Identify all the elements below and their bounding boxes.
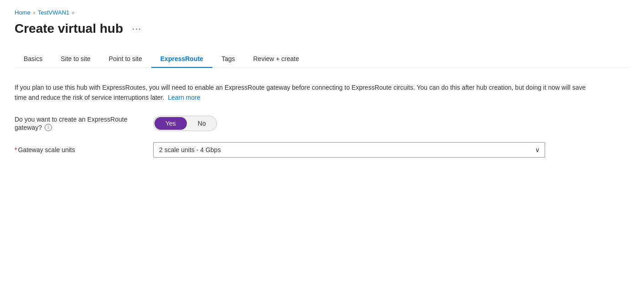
more-options-button[interactable]: ··· bbox=[129, 22, 145, 36]
gateway-scale-dropdown-container: 1 scale unit - 2 Gbps 2 scale units - 4 … bbox=[153, 142, 545, 158]
tabs-container: Basics Site to site Point to site Expres… bbox=[15, 51, 629, 68]
breadcrumb-vwan[interactable]: TestVWAN1 bbox=[38, 9, 70, 16]
breadcrumb: Home › TestVWAN1 › bbox=[15, 9, 629, 16]
breadcrumb-sep-1: › bbox=[33, 10, 35, 16]
breadcrumb-sep-2: › bbox=[72, 10, 74, 16]
gateway-question-label: Do you want to create an ExpressRoute ga… bbox=[15, 116, 142, 131]
breadcrumb-home[interactable]: Home bbox=[15, 9, 31, 16]
gateway-scale-row: *Gateway scale units 1 scale unit - 2 Gb… bbox=[15, 142, 629, 158]
tab-point-to-site[interactable]: Point to site bbox=[100, 51, 151, 68]
toggle-yes[interactable]: Yes bbox=[155, 117, 187, 130]
expressroute-tab-content: If you plan to use this hub with Express… bbox=[15, 79, 629, 172]
tab-expressroute[interactable]: ExpressRoute bbox=[151, 51, 212, 68]
description-text: If you plan to use this hub with Express… bbox=[15, 82, 598, 103]
toggle-no[interactable]: No bbox=[187, 117, 217, 130]
page-header: Create virtual hub ··· bbox=[15, 21, 629, 36]
tab-site-to-site[interactable]: Site to site bbox=[52, 51, 99, 68]
page-container: Home › TestVWAN1 › Create virtual hub ··… bbox=[0, 0, 644, 181]
gateway-scale-label: *Gateway scale units bbox=[15, 146, 142, 153]
gateway-toggle-row: Do you want to create an ExpressRoute ga… bbox=[15, 116, 629, 131]
learn-more-link[interactable]: Learn more bbox=[168, 94, 201, 101]
required-star: * bbox=[15, 146, 17, 153]
gateway-toggle: Yes No bbox=[153, 116, 217, 131]
tab-tags[interactable]: Tags bbox=[212, 51, 244, 68]
tab-basics[interactable]: Basics bbox=[15, 51, 52, 68]
page-title: Create virtual hub bbox=[15, 21, 123, 36]
gateway-info-icon[interactable]: i bbox=[45, 124, 52, 131]
gateway-scale-select[interactable]: 1 scale unit - 2 Gbps 2 scale units - 4 … bbox=[153, 142, 545, 158]
tab-review-create[interactable]: Review + create bbox=[244, 51, 309, 68]
